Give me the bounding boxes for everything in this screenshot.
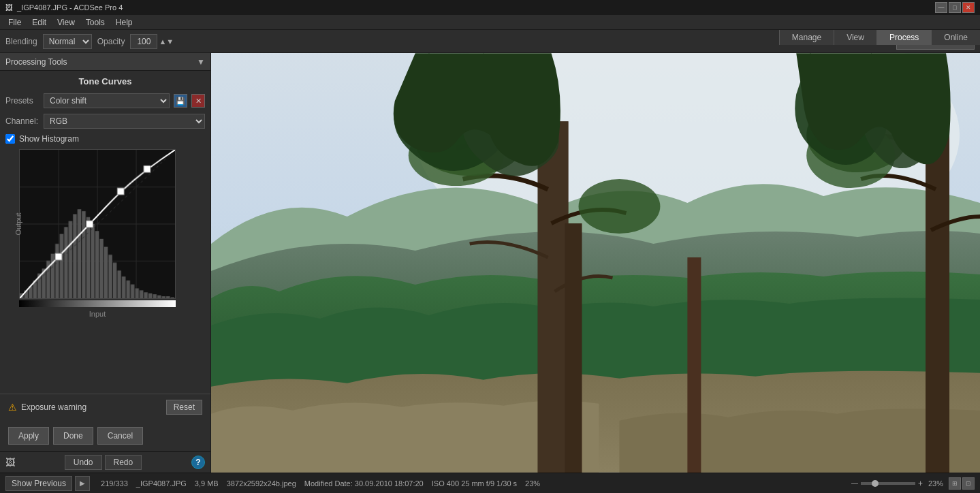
exposure-warning-label: Exposure warning [21,402,162,412]
input-label: Input [19,310,176,318]
view-mode-buttons: ⊞ ⊡ [949,477,975,490]
panel-collapse-button[interactable]: ▼ [197,57,205,67]
curve-container: Output [19,149,202,299]
menu-view[interactable]: View [52,16,80,29]
blending-label: Blending [5,37,37,46]
actual-size-button[interactable]: ⊡ [962,477,975,490]
presets-select[interactable]: Color shift Default Vivid [44,93,170,108]
opacity-spinner[interactable]: ▲▼ [159,37,174,46]
tab-manage[interactable]: Manage [779,30,834,45]
exposure-row: ⚠ Exposure warning Reset [8,400,202,415]
show-histogram-label: Show Histogram [19,134,79,144]
menubar: File Edit View Tools Help [0,15,980,30]
undo-button[interactable]: Undo [65,455,102,470]
tab-view[interactable]: View [834,30,876,45]
curve-canvas[interactable] [19,149,176,299]
opacity-input[interactable] [130,34,157,49]
show-histogram-row: Show Histogram [5,134,205,144]
zoom-plus-icon: + [918,479,923,488]
filmstrip-button[interactable]: ▶ [75,476,90,491]
undo-redo-group: Undo Redo [19,455,187,470]
photo-display [211,53,980,473]
filename: _IGP4087.JPG [136,479,187,488]
menu-help[interactable]: Help [110,16,138,29]
warning-icon: ⚠ [8,402,17,413]
cancel-button[interactable]: Cancel [97,427,143,445]
blending-select[interactable]: Normal Multiply Screen Overlay [43,34,92,49]
image-index: 219/333 [101,479,128,488]
filmstrip-icon: ▶ [80,479,85,487]
save-preset-button[interactable]: 💾 [174,94,187,108]
panel-thumbnail-icon[interactable]: 🖼 [5,457,15,468]
zoom-slider[interactable] [861,482,915,485]
tone-curves-panel: Tone Curves Presets Color shift Default … [0,71,210,394]
menu-tools[interactable]: Tools [80,16,110,29]
channel-row: Channel: RGB Red Green Blue [5,114,205,129]
action-buttons: Apply Done Cancel [0,420,210,451]
delete-preset-button[interactable]: ✕ [191,94,205,108]
show-histogram-checkbox[interactable] [5,134,15,144]
exif-data: ISO 400 25 mm f/9 1/30 s [432,479,517,488]
titlebar-left: 🖼 _IGP4087.JPG - ACDSee Pro 4 [5,3,123,12]
presets-label: Presets [5,96,39,106]
opacity-label: Opacity [97,37,125,46]
bottombar: Show Previous ▶ 219/333 _IGP4087.JPG 3,9… [0,473,980,493]
minimize-button[interactable]: — [935,2,947,13]
tab-process[interactable]: Process [876,30,931,45]
zoom-minus-icon: — [851,479,858,487]
done-button[interactable]: Done [53,427,93,445]
filesize: 3,9 MB [195,479,219,488]
apply-button[interactable]: Apply [8,427,49,445]
svg-rect-3 [538,121,569,473]
redo-button[interactable]: Redo [105,455,142,470]
show-previous-button[interactable]: Show Previous [5,476,72,491]
tone-curves-title: Tone Curves [5,76,205,86]
svg-rect-11 [687,257,701,473]
app-icon: 🖼 [5,3,13,12]
left-panel: Processing Tools ▼ Tone Curves Presets C… [0,53,211,473]
svg-rect-10 [565,223,582,473]
channel-select[interactable]: RGB Red Green Blue [44,114,205,129]
help-button[interactable]: ? [191,456,205,469]
titlebar-controls: — □ ✕ [935,2,975,13]
main-area: Processing Tools ▼ Tone Curves Presets C… [0,53,980,473]
panel-bottom: 🖼 Undo Redo ? [0,451,210,473]
panel-header: Processing Tools ▼ [0,53,210,71]
status-bar-right: — + 23% ⊞ ⊡ [851,477,975,490]
zoom-controls: — + [851,479,923,488]
reset-button[interactable]: Reset [166,400,202,415]
menu-edit[interactable]: Edit [27,16,52,29]
tab-online[interactable]: Online [931,30,980,45]
titlebar-title: _IGP4087.JPG - ACDSee Pro 4 [17,3,123,12]
input-label-container: Input [19,307,205,318]
show-previous-label: Show Previous [12,479,66,488]
svg-point-6 [579,179,661,234]
menubar-row: File Edit View Tools Help Manage View Pr… [0,15,980,30]
dimensions: 3872x2592x24b.jpeg [227,479,296,488]
modified-date: Modified Date: 30.09.2010 18:07:20 [304,479,424,488]
status-bar-left: 219/333 _IGP4087.JPG 3,9 MB 3872x2592x24… [90,479,851,488]
input-gradient-strip [19,300,176,307]
presets-row: Presets Color shift Default Vivid 💾 ✕ [5,93,205,108]
close-button[interactable]: ✕ [962,2,975,13]
photo-content [211,53,980,473]
zoom-level-left: 23% [525,479,540,488]
mode-tabs: Manage View Process Online [779,30,980,45]
titlebar: 🖼 _IGP4087.JPG - ACDSee Pro 4 — □ ✕ [0,0,980,15]
channel-label: Channel: [5,116,39,126]
output-label: Output [14,212,22,235]
zoom-percent-display: 23% [928,479,943,488]
maximize-button[interactable]: □ [949,2,961,13]
panel-header-title: Processing Tools [5,57,67,67]
photo-svg [211,53,980,473]
fit-view-button[interactable]: ⊞ [949,477,961,490]
exposure-section: ⚠ Exposure warning Reset [0,394,210,420]
menu-file[interactable]: File [3,16,27,29]
